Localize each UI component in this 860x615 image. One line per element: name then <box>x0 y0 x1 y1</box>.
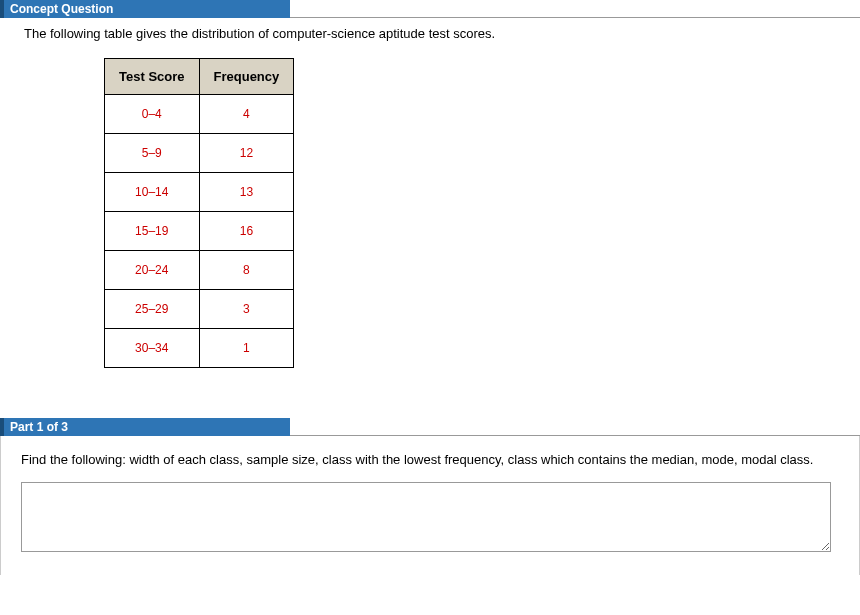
header-rule <box>290 435 860 436</box>
cell-score: 5–9 <box>105 133 200 172</box>
section-header-row: Part 1 of 3 <box>0 418 860 436</box>
concept-content: The following table gives the distributi… <box>0 18 860 418</box>
answer-container <box>21 482 839 565</box>
table-row: 10–14 13 <box>105 172 294 211</box>
cell-freq: 12 <box>199 133 294 172</box>
table-row: 25–29 3 <box>105 289 294 328</box>
question-text: Find the following: width of each class,… <box>21 450 839 471</box>
header-rule <box>290 17 860 18</box>
part-1-section: Part 1 of 3 Find the following: width of… <box>0 418 860 576</box>
concept-question-section: Concept Question The following table giv… <box>0 0 860 418</box>
table-header-frequency: Frequency <box>199 58 294 94</box>
cell-score: 0–4 <box>105 94 200 133</box>
answer-input[interactable] <box>21 482 831 552</box>
table-row: 15–19 16 <box>105 211 294 250</box>
cell-freq: 4 <box>199 94 294 133</box>
cell-score: 10–14 <box>105 172 200 211</box>
cell-freq: 16 <box>199 211 294 250</box>
cell-freq: 8 <box>199 250 294 289</box>
cell-score: 15–19 <box>105 211 200 250</box>
cell-score: 30–34 <box>105 328 200 367</box>
cell-score: 20–24 <box>105 250 200 289</box>
cell-freq: 1 <box>199 328 294 367</box>
cell-score: 25–29 <box>105 289 200 328</box>
section-header-part: Part 1 of 3 <box>0 418 290 436</box>
table-row: 20–24 8 <box>105 250 294 289</box>
cell-freq: 3 <box>199 289 294 328</box>
section-header-row: Concept Question <box>0 0 860 18</box>
cell-freq: 13 <box>199 172 294 211</box>
section-header-concept: Concept Question <box>0 0 290 18</box>
table-row: 0–4 4 <box>105 94 294 133</box>
table-header-score: Test Score <box>105 58 200 94</box>
table-row: 30–34 1 <box>105 328 294 367</box>
score-frequency-table: Test Score Frequency 0–4 4 5–9 12 10–14 … <box>104 58 294 368</box>
table-row: 5–9 12 <box>105 133 294 172</box>
intro-text: The following table gives the distributi… <box>24 24 836 44</box>
part-content: Find the following: width of each class,… <box>0 436 860 576</box>
